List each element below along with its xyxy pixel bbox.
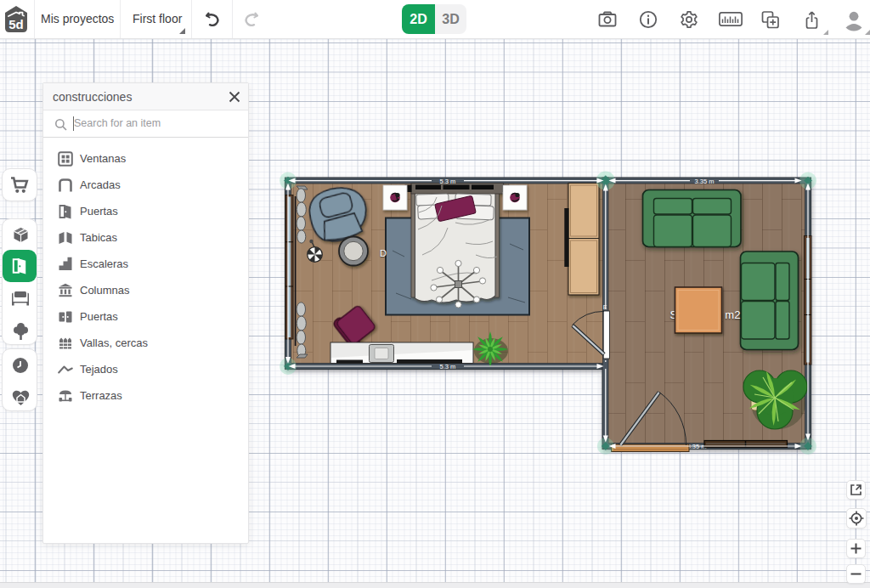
svg-text:5.3 m: 5.3 m: [440, 363, 456, 370]
svg-text:D: D: [380, 248, 387, 258]
svg-text:5.3 m: 5.3 m: [440, 178, 456, 185]
svg-text:3.35 m: 3.35 m: [695, 178, 715, 185]
svg-text:5d: 5d: [8, 17, 24, 31]
svg-text:E: E: [603, 304, 607, 310]
